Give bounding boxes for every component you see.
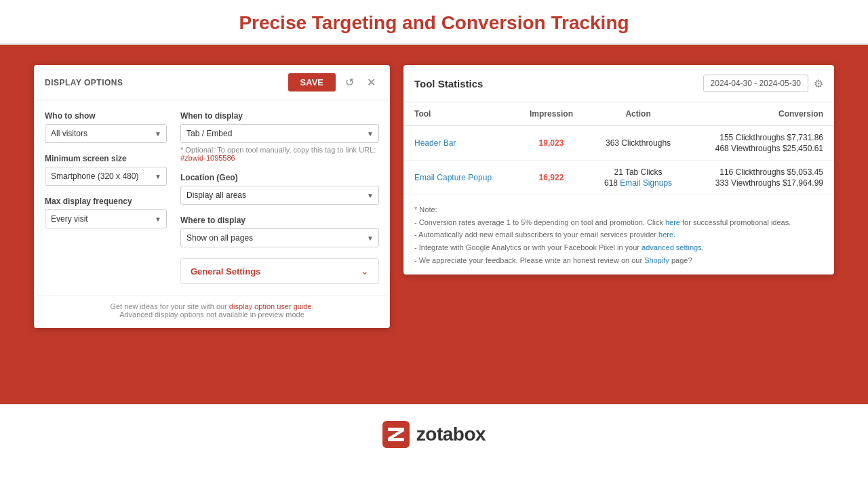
note-line-4: - We appreciate your feedback. Please wr… — [414, 254, 823, 267]
here-link-1[interactable]: here — [665, 218, 680, 226]
min-screen-size-group: Minimum screen size Smartphone (320 x 48… — [45, 154, 167, 186]
optional-note: * Optional: To open tool manually, copy … — [180, 146, 379, 162]
location-geo-group: Location (Geo) Display all areas Specifi… — [180, 173, 379, 205]
header-bar-link[interactable]: Header Bar — [414, 138, 456, 148]
min-screen-size-select[interactable]: Smartphone (320 x 480) Tablet (768 x 102… — [45, 167, 167, 186]
conversion-cell: 155 Clickthroughs $7,731.86 468 Viewthro… — [688, 126, 834, 161]
footer-text-2: Advanced display options not available i… — [45, 310, 379, 319]
note-title: * Note: — [414, 203, 823, 216]
stats-note: * Note: - Conversion rates average 1 to … — [403, 195, 834, 274]
footer-text-1: Get new ideas for your site with our dis… — [45, 302, 379, 310]
conversion-line-2: 333 Viewthroughs $17,964.99 — [715, 178, 823, 188]
who-to-show-select[interactable]: All visitors New visitors Returning visi… — [45, 124, 167, 143]
impression-cell: 19,023 — [515, 126, 588, 161]
min-screen-size-select-wrapper: Smartphone (320 x 480) Tablet (768 x 102… — [45, 167, 167, 186]
conversion-line-1: 116 Clickthroughs $5,053.45 — [719, 167, 823, 177]
page-title: Precise Targeting and Conversion Trackin… — [0, 12, 868, 34]
where-to-display-select[interactable]: Show on all pages Specific pages Exclude… — [180, 228, 379, 247]
advanced-settings-link[interactable]: advanced settings — [642, 243, 702, 251]
panel-body: Who to show All visitors New visitors Re… — [34, 100, 390, 295]
stats-title: Tool Statistics — [414, 78, 483, 89]
col-tool: Tool — [403, 102, 515, 126]
left-column: Who to show All visitors New visitors Re… — [45, 111, 167, 284]
note-line-1: - Conversion rates average 1 to 5% depen… — [414, 216, 823, 229]
settings-gear-button[interactable]: ⚙ — [814, 77, 823, 90]
max-display-freq-select-wrapper: Every visit Once per day Once per week ▼ — [45, 209, 167, 228]
when-to-display-label: When to display — [180, 111, 379, 121]
note-line-2: - Automatically add new email subscriber… — [414, 228, 823, 241]
impression-cell: 16,922 — [515, 161, 588, 195]
shopify-link[interactable]: Shopify — [644, 256, 669, 264]
conversion-line-2: 468 Viewthroughs $25,450.61 — [715, 144, 823, 153]
stats-header: Tool Statistics 2024-04-30 - 2024-05-30 … — [403, 65, 834, 102]
impression-value: 16,922 — [539, 173, 564, 182]
here-link-2[interactable]: here. — [658, 230, 675, 239]
action-cell: 363 Clickthroughs — [588, 126, 688, 161]
location-geo-label: Location (Geo) — [180, 173, 379, 182]
right-column: When to display Tab / Embed On scroll On… — [180, 111, 379, 284]
email-signups-link[interactable]: Email Signups — [620, 178, 672, 188]
tool-name-cell: Header Bar — [403, 126, 515, 161]
col-action: Action — [588, 102, 688, 126]
logo-text: zotabox — [416, 424, 486, 445]
page-footer: zotabox — [0, 404, 868, 464]
stats-table: Tool Impression Action Conversion Header… — [403, 102, 834, 195]
panel-header: DISPLAY OPTIONS SAVE ↺ ✕ — [34, 65, 390, 100]
who-to-show-label: Who to show — [45, 111, 167, 121]
min-screen-size-label: Minimum screen size — [45, 154, 167, 163]
where-to-display-label: Where to display — [180, 216, 379, 225]
tool-name-cell: Email Capture Popup — [403, 161, 515, 195]
date-range: 2024-04-30 - 2024-05-30 ⚙ — [703, 75, 823, 92]
panel-title: DISPLAY OPTIONS — [45, 78, 123, 87]
max-display-freq-group: Max display frequency Every visit Once p… — [45, 197, 167, 228]
where-to-display-group: Where to display Show on all pages Speci… — [180, 216, 379, 247]
conversion-line-1: 155 Clickthroughs $7,731.86 — [719, 133, 823, 142]
zotabox-logo-icon — [382, 421, 410, 448]
refresh-button[interactable]: ↺ — [341, 75, 357, 91]
col-impression: Impression — [515, 102, 588, 126]
where-to-display-select-wrapper: Show on all pages Specific pages Exclude… — [180, 228, 379, 247]
max-display-freq-label: Max display frequency — [45, 197, 167, 206]
main-content: DISPLAY OPTIONS SAVE ↺ ✕ Who to show All… — [0, 45, 868, 404]
who-to-show-select-wrapper: All visitors New visitors Returning visi… — [45, 124, 167, 143]
action-line-1: 21 Tab Clicks — [614, 167, 662, 177]
hash-link[interactable]: #zbwid-1095586 — [180, 154, 235, 162]
general-settings-button[interactable]: General Settings ⌄ — [180, 258, 379, 284]
conversion-cell: 116 Clickthroughs $5,053.45 333 Viewthro… — [688, 161, 834, 195]
panel-actions: SAVE ↺ ✕ — [288, 73, 379, 92]
date-range-text: 2024-04-30 - 2024-05-30 — [703, 75, 808, 92]
save-button[interactable]: SAVE — [288, 73, 336, 92]
note-line-3: - Integrate with Google Analytics or wit… — [414, 241, 823, 254]
when-to-display-select-wrapper: Tab / Embed On scroll On exit After dela… — [180, 124, 379, 143]
impression-value: 19,023 — [539, 138, 564, 148]
statistics-panel: Tool Statistics 2024-04-30 - 2024-05-30 … — [403, 65, 834, 274]
chevron-down-icon: ⌄ — [361, 266, 369, 277]
table-row: Header Bar 19,023 363 Clickthroughs 155 … — [403, 126, 834, 161]
general-settings-label: General Settings — [191, 266, 260, 277]
action-line-2: 618 Email Signups — [604, 178, 672, 188]
email-capture-popup-link[interactable]: Email Capture Popup — [414, 173, 492, 182]
who-to-show-group: Who to show All visitors New visitors Re… — [45, 111, 167, 143]
display-option-user-guide-link[interactable]: display option user guide — [229, 302, 312, 310]
location-geo-select-wrapper: Display all areas Specific countries Exc… — [180, 186, 379, 205]
max-display-freq-select[interactable]: Every visit Once per day Once per week — [45, 209, 167, 228]
location-geo-select[interactable]: Display all areas Specific countries Exc… — [180, 186, 379, 205]
when-to-display-select[interactable]: Tab / Embed On scroll On exit After dela… — [180, 124, 379, 143]
zotabox-logo: zotabox — [382, 421, 486, 448]
close-button[interactable]: ✕ — [363, 75, 379, 91]
table-header-row: Tool Impression Action Conversion — [403, 102, 834, 126]
display-options-panel: DISPLAY OPTIONS SAVE ↺ ✕ Who to show All… — [34, 65, 390, 328]
panel-footer: Get new ideas for your site with our dis… — [34, 295, 390, 328]
col-conversion: Conversion — [688, 102, 834, 126]
action-cell: 21 Tab Clicks 618 Email Signups — [588, 161, 688, 195]
page-header: Precise Targeting and Conversion Trackin… — [0, 0, 868, 45]
table-row: Email Capture Popup 16,922 21 Tab Clicks… — [403, 161, 834, 195]
when-to-display-group: When to display Tab / Embed On scroll On… — [180, 111, 379, 162]
